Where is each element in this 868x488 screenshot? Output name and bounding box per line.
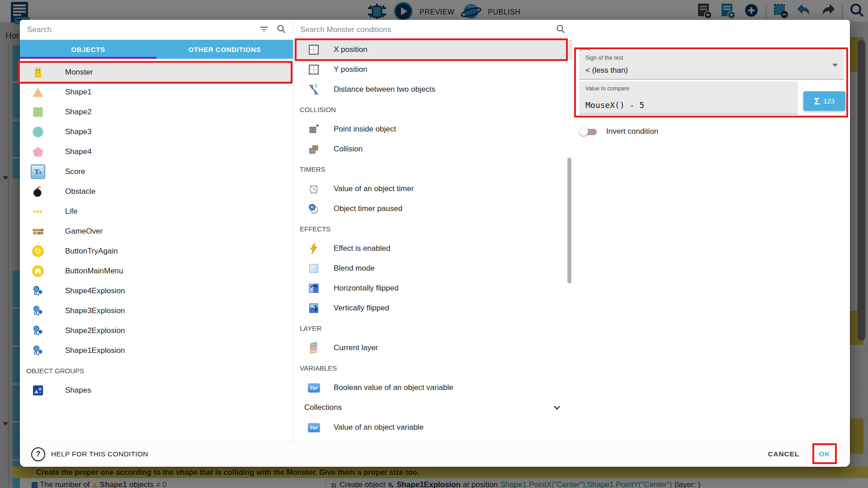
condition-group-collections[interactable]: Collections (293, 398, 572, 418)
hearts-icon: ♥♥♥ (31, 205, 45, 218)
invert-condition-row: Invert condition (579, 125, 658, 138)
circle-icon (31, 125, 45, 139)
svg-text:?: ? (315, 84, 317, 89)
object-row-shape2explosion[interactable]: Shape2Explosion (20, 321, 293, 341)
particles-icon (31, 304, 45, 318)
condition-item-value-of-an-object-variable[interactable]: VarValue of an object variable (293, 418, 572, 437)
object-row-score[interactable]: TxScore (20, 162, 293, 182)
object-row-buttontryagain[interactable]: ButtonTryAgain (20, 241, 293, 261)
tab-other-conditions[interactable]: OTHER CONDITIONS (156, 40, 293, 59)
condition-section-timers: TIMERS (293, 159, 572, 179)
object-row-shape3explosion[interactable]: Shape3Explosion (20, 301, 293, 321)
object-row-shape2[interactable]: Shape2 (20, 102, 293, 122)
condition-editor-dialog: OBJECTS OTHER CONDITIONS MonsterShape1Sh… (20, 20, 850, 467)
invert-condition-toggle[interactable] (579, 127, 599, 136)
blend-icon (307, 261, 321, 276)
layers-icon (307, 341, 321, 355)
condition-item-vertically-flipped[interactable]: Vertically flipped (293, 298, 572, 318)
conditions-search-input[interactable] (299, 25, 549, 35)
button-home-icon (31, 264, 45, 278)
bolt-icon (307, 241, 321, 256)
left-tabbar: OBJECTS OTHER CONDITIONS (20, 40, 293, 59)
object-row-shape3[interactable]: Shape3 (20, 122, 293, 142)
button-restart-icon (31, 244, 45, 258)
position-icon (307, 42, 321, 57)
monster-icon (31, 66, 45, 79)
timer-paused-icon (307, 202, 321, 216)
condition-item-object-timer-paused[interactable]: Object timer paused (293, 199, 572, 219)
search-icon (555, 23, 566, 36)
help-icon[interactable]: ? (31, 447, 45, 461)
condition-item-point-inside-object[interactable]: Point inside object (293, 119, 572, 139)
condition-item-horizontally-flipped[interactable]: Horizontally flipped (293, 278, 572, 298)
dropdown-arrow-icon (832, 64, 838, 67)
condition-item-distance-between-two-objects[interactable]: ?Distance between two objects (293, 80, 572, 99)
search-icon (276, 23, 287, 36)
condition-item-blend-mode[interactable]: Blend mode (293, 258, 572, 278)
object-row-gameover[interactable]: GAMEOVERGameOver (20, 221, 293, 241)
var-icon: Var (307, 420, 321, 435)
object-row-obstacle[interactable]: Obstacle (20, 182, 293, 202)
object-list: MonsterShape1Shape2Shape3Shape4TxScoreOb… (20, 59, 293, 400)
filter-icon[interactable] (259, 23, 269, 36)
hflip-icon (307, 281, 321, 296)
object-row-shape1[interactable]: Shape1 (20, 82, 293, 102)
condition-item-y-position[interactable]: Y position (293, 60, 572, 80)
objects-search-input[interactable] (26, 25, 252, 35)
particles-icon (31, 284, 45, 298)
object-row-shape4explosion[interactable]: Shape4Explosion (20, 281, 293, 301)
objects-search-row (20, 20, 293, 40)
expression-editor-button[interactable]: Σ 123 (803, 91, 845, 111)
dialog-footer: ? HELP FOR THIS CONDITION CANCEL OK (20, 441, 850, 467)
object-row-buttonmainmenu[interactable]: ButtonMainMenu (20, 261, 293, 281)
conditions-scrollbar[interactable] (567, 158, 571, 283)
chevron-down-icon (552, 402, 562, 413)
point-inside-icon (307, 122, 321, 136)
ok-button[interactable]: OK (819, 450, 830, 458)
text-icon: Tx (31, 165, 45, 178)
pentagon-icon (31, 145, 45, 159)
bomb-icon (31, 185, 45, 198)
triangle-icon (31, 85, 45, 99)
condition-item-current-layer[interactable]: Current layer (293, 338, 572, 358)
position-icon (307, 62, 321, 77)
condition-section-layer: LAYER (293, 318, 572, 338)
condition-item-boolean-value-of-an-object-variable[interactable]: VarBoolean value of an object variable (293, 378, 572, 398)
object-row-shape1explosion[interactable]: Shape1Explosion (20, 341, 293, 361)
value-to-compare-value: MouseX() - 5 (585, 100, 644, 110)
object-row-monster[interactable]: Monster (20, 62, 293, 82)
sign-of-test-label: Sign of the test (585, 55, 623, 61)
condition-section-variables: VARIABLES (293, 358, 572, 378)
condition-item-collision[interactable]: Collision (293, 139, 572, 159)
group-icon (31, 384, 45, 397)
distance-icon: ? (307, 82, 321, 97)
invert-condition-label: Invert condition (606, 127, 658, 136)
sign-of-test-value: < (less than) (585, 66, 628, 75)
particles-icon (31, 344, 45, 357)
cancel-button[interactable]: CANCEL (768, 450, 799, 458)
particles-icon (31, 324, 45, 338)
sign-of-test-dropdown[interactable]: Sign of the test < (less than) (579, 51, 844, 80)
condition-item-effect-is-enabled[interactable]: Effect is enabled (293, 239, 572, 258)
condition-section-collision: COLLISION (293, 99, 572, 119)
condition-item-value-of-an-object-timer[interactable]: Value of an object timer (293, 179, 572, 199)
collision-icon (307, 142, 321, 156)
condition-section-effects: EFFECTS (293, 219, 572, 239)
value-to-compare-field[interactable]: Value to compare MouseX() - 5 (579, 81, 798, 114)
vflip-icon (307, 301, 321, 315)
objects-panel: OBJECTS OTHER CONDITIONS MonsterShape1Sh… (20, 20, 293, 441)
condition-item-x-position[interactable]: X position (293, 40, 572, 60)
value-to-compare-label: Value to compare (585, 85, 629, 92)
gameover-icon: GAMEOVER (31, 225, 45, 238)
object-row-shape4[interactable]: Shape4 (20, 142, 293, 162)
tab-objects[interactable]: OBJECTS (20, 40, 156, 59)
group-row-shapes[interactable]: Shapes (20, 380, 293, 400)
sigma-icon: Σ (814, 96, 820, 107)
timer-icon (307, 182, 321, 196)
square-icon (31, 105, 45, 119)
help-link[interactable]: HELP FOR THIS CONDITION (51, 450, 148, 458)
condition-list: X positionY position?Distance between tw… (293, 40, 572, 437)
conditions-panel: X positionY position?Distance between tw… (293, 20, 572, 441)
condition-parameters-panel: Compare the X position of the object. Si… (572, 20, 850, 441)
object-row-life[interactable]: ♥♥♥Life (20, 202, 293, 221)
